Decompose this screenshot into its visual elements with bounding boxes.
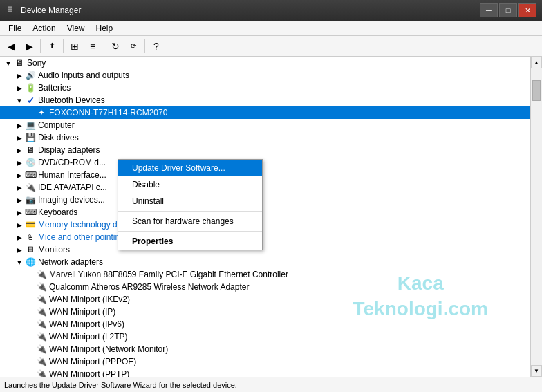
ctx-disable[interactable]: Disable <box>118 176 262 193</box>
tree-label-wan-ip: WAN Miniport (IP) <box>49 307 115 317</box>
display-icon: 🖥 <box>25 144 36 156</box>
net-adapter-qualcomm-icon: 🔌 <box>36 281 47 292</box>
battery-icon: 🔋 <box>25 82 36 93</box>
scan-button[interactable]: ↻ <box>107 38 124 55</box>
tree-label-display: Display adapters <box>38 145 100 155</box>
tree-node-imaging[interactable]: ▶ 📷 Imaging devices... <box>0 194 530 206</box>
tree-node-monitors[interactable]: ▶ 🖥 Monitors <box>0 243 530 256</box>
net-adapter-ip-icon: 🔌 <box>36 306 47 317</box>
tree-node-sony[interactable]: ▼ 🖥 Sony <box>0 57 530 69</box>
tree-node-marvell[interactable]: 🔌 Marvell Yukon 88E8059 Family PCI-E Gig… <box>0 268 530 281</box>
tree-node-disk[interactable]: ▶ 💾 Disk drives <box>0 131 530 144</box>
expand-icon-batteries: ▶ <box>14 82 25 93</box>
net-adapter-pptp-icon: 🔌 <box>36 368 47 377</box>
vertical-scrollbar[interactable]: ▲ ▼ <box>530 57 542 377</box>
expand-icon-wan-pppoe <box>25 356 36 367</box>
tree-node-human[interactable]: ▶ ⌨ Human Interface... <box>0 169 530 181</box>
menu-help[interactable]: Help <box>91 21 119 35</box>
scroll-up-arrow[interactable]: ▲ <box>531 57 542 68</box>
tree-node-display[interactable]: ▶ 🖥 Display adapters <box>0 144 530 156</box>
expand-icon-sony: ▼ <box>3 57 14 68</box>
tree-label-wan-l2tp: WAN Miniport (L2TP) <box>49 332 128 342</box>
minimize-button[interactable]: ─ <box>480 3 498 17</box>
tree-label-keyboards: Keyboards <box>38 207 77 217</box>
up-button[interactable]: ⬆ <box>44 38 60 55</box>
tree-label-wan-ikev2: WAN Miniport (IKEv2) <box>49 295 130 304</box>
show-hide-button[interactable]: ⊞ <box>66 38 83 55</box>
net-adapter-ipv6-icon: 🔌 <box>36 319 47 330</box>
tree-node-batteries[interactable]: ▶ 🔋 Batteries <box>0 82 530 94</box>
computer-sm-icon: 💻 <box>25 120 36 131</box>
tree-node-foxconn[interactable]: ✦ FOXCONN-T77H114-RCM2070 <box>0 106 530 119</box>
tree-label-imaging: Imaging devices... <box>38 195 105 205</box>
tree-node-audio[interactable]: ▶ 🔊 Audio inputs and outputs <box>0 69 530 82</box>
expand-icon-qualcomm <box>25 281 36 292</box>
tree-node-computer[interactable]: ▶ 💻 Computer <box>0 119 530 131</box>
tree-node-wan-pppoe[interactable]: 🔌 WAN Miniport (PPPOE) <box>0 355 530 368</box>
tree-label-dvd: DVD/CD-ROM d... <box>38 158 106 167</box>
tree-label-wan-netmon: WAN Miniport (Network Monitor) <box>49 344 168 354</box>
monitor-icon: 🖥 <box>25 244 36 255</box>
expand-icon-display: ▶ <box>14 144 25 156</box>
tree-label-network: Network adapters <box>38 257 103 267</box>
tree-node-network[interactable]: ▼ 🌐 Network adapters <box>0 256 530 268</box>
audio-icon: 🔊 <box>25 70 36 81</box>
expand-icon-wan-pptp <box>25 368 36 377</box>
close-button[interactable]: ✕ <box>518 3 536 17</box>
tree-label-disk: Disk drives <box>38 133 79 142</box>
expand-icon-imaging: ▶ <box>14 194 25 205</box>
ctx-update-driver[interactable]: Update Driver Software... <box>118 160 262 176</box>
network-icon: 🌐 <box>25 256 36 268</box>
help-button[interactable]: ? <box>148 38 165 55</box>
expand-icon-ide: ▶ <box>14 182 25 193</box>
toolbar-separator-3 <box>104 39 104 53</box>
window-controls: ─ □ ✕ <box>480 3 536 17</box>
memory-icon: 💳 <box>25 219 36 230</box>
tree-label-wan-pptp: WAN Miniport (PPTP) <box>49 369 129 377</box>
tree-node-wan-pptp[interactable]: 🔌 WAN Miniport (PPTP) <box>0 368 530 377</box>
menu-file[interactable]: File <box>3 21 27 35</box>
net-adapter-ikev2-icon: 🔌 <box>36 294 47 305</box>
tree-node-keyboards[interactable]: ▶ ⌨ Keyboards <box>0 206 530 218</box>
tree-label-qualcomm: Qualcomm Atheros AR9285 Wireless Network… <box>49 282 249 292</box>
device-tree[interactable]: ▼ 🖥 Sony ▶ 🔊 Audio inputs and outputs ▶ … <box>0 57 530 377</box>
mice-icon: 🖱 <box>25 232 36 243</box>
update-button[interactable]: ⟳ <box>125 38 142 55</box>
menu-view[interactable]: View <box>62 21 91 35</box>
tree-label-marvell: Marvell Yukon 88E8059 Family PCI-E Gigab… <box>49 270 288 279</box>
scroll-thumb[interactable] <box>532 80 541 101</box>
tree-node-dvd[interactable]: ▶ 💿 DVD/CD-ROM d... <box>0 156 530 169</box>
tree-label-human: Human Interface... <box>38 170 106 180</box>
tree-node-memory[interactable]: ▶ 💳 Memory technology devices <box>0 218 530 231</box>
maximize-button[interactable]: □ <box>499 3 517 17</box>
expand-icon-marvell <box>25 269 36 280</box>
tree-node-wan-ikev2[interactable]: 🔌 WAN Miniport (IKEv2) <box>0 293 530 306</box>
expand-icon-keyboards: ▶ <box>14 207 25 218</box>
toolbar-separator-4 <box>144 39 145 53</box>
tree-label-audio: Audio inputs and outputs <box>38 71 129 80</box>
scroll-down-arrow[interactable]: ▼ <box>531 365 542 377</box>
ctx-uninstall[interactable]: Uninstall <box>118 193 262 209</box>
ctx-separator-2 <box>118 231 262 232</box>
expand-icon-monitors: ▶ <box>14 244 25 255</box>
tree-node-qualcomm[interactable]: 🔌 Qualcomm Atheros AR9285 Wireless Netwo… <box>0 281 530 293</box>
forward-button[interactable]: ▶ <box>21 38 37 55</box>
tree-label-batteries: Batteries <box>38 83 71 93</box>
net-adapter-l2tp-icon: 🔌 <box>36 331 47 342</box>
computer-icon: 🖥 <box>14 57 25 68</box>
expand-icon-wan-l2tp <box>25 331 36 342</box>
tree-node-wan-netmon[interactable]: 🔌 WAN Miniport (Network Monitor) <box>0 343 530 355</box>
toolbar-separator-2 <box>63 39 64 53</box>
menu-action[interactable]: Action <box>27 21 61 35</box>
ctx-properties[interactable]: Properties <box>118 233 262 250</box>
back-button[interactable]: ◀ <box>3 38 19 55</box>
tree-node-wan-ip[interactable]: 🔌 WAN Miniport (IP) <box>0 306 530 318</box>
properties-button[interactable]: ≡ <box>84 38 101 55</box>
tree-node-wan-ipv6[interactable]: 🔌 WAN Miniport (IPv6) <box>0 318 530 330</box>
expand-icon-bluetooth: ▼ <box>14 95 25 106</box>
tree-node-bluetooth[interactable]: ▼ ✓ Bluetooth Devices <box>0 94 530 106</box>
tree-node-ide[interactable]: ▶ 🔌 IDE ATA/ATAPI c... <box>0 181 530 194</box>
tree-node-wan-l2tp[interactable]: 🔌 WAN Miniport (L2TP) <box>0 330 530 343</box>
ctx-scan[interactable]: Scan for hardware changes <box>118 213 262 230</box>
tree-node-mice[interactable]: ▶ 🖱 Mice and other pointing devices <box>0 231 530 243</box>
